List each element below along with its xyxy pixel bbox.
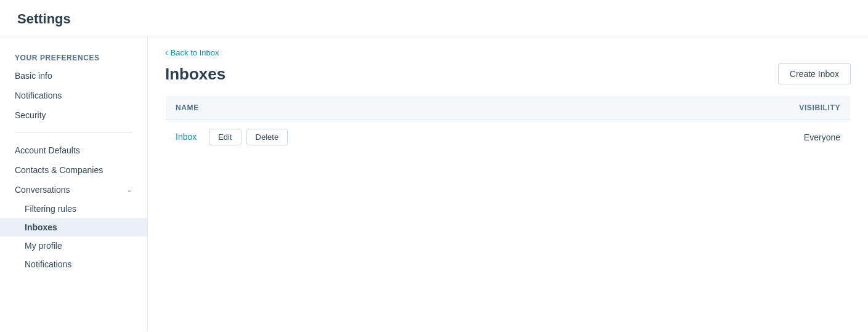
sidebar-divider	[15, 132, 132, 133]
content-header: Inboxes Create Inbox	[165, 63, 851, 84]
table-body: Inbox Edit Delete Everyone	[166, 120, 851, 155]
inbox-name-link[interactable]: Inbox	[176, 132, 197, 142]
delete-button[interactable]: Delete	[246, 129, 288, 145]
table-actions: Edit Delete	[209, 129, 288, 145]
sidebar-item-label: Contacts & Companies	[15, 165, 103, 175]
chevron-down-icon: ⌄	[126, 185, 132, 194]
main-content: ‹ Back to Inbox Inboxes Create Inbox NAM…	[148, 36, 868, 331]
inboxes-title: Inboxes	[165, 65, 225, 84]
sidebar-sub-item-label: Inboxes	[25, 222, 57, 232]
sidebar-sub-item-my-profile[interactable]: My profile	[0, 237, 147, 255]
page-header: Settings	[0, 0, 868, 36]
back-to-inbox-link[interactable]: ‹ Back to Inbox	[165, 36, 219, 63]
sidebar-item-label: Basic info	[15, 71, 52, 81]
sidebar-item-contacts-companies[interactable]: Contacts & Companies	[0, 160, 147, 180]
edit-button[interactable]: Edit	[209, 129, 241, 145]
table-cell-visibility: Everyone	[634, 120, 850, 155]
sidebar-item-notifications[interactable]: Notifications	[0, 86, 147, 105]
back-link-label: Back to Inbox	[171, 48, 219, 57]
col-name: NAME	[166, 96, 635, 120]
table-cell-name: Inbox Edit Delete	[166, 120, 635, 155]
preferences-section-title: Your preferences	[0, 49, 147, 66]
sidebar-sub-item-label: Filtering rules	[25, 204, 76, 214]
sidebar-sub-item-inboxes[interactable]: Inboxes	[0, 218, 147, 237]
sidebar: Your preferences Basic info Notification…	[0, 36, 148, 331]
sidebar-sub-item-notifications[interactable]: Notifications	[0, 255, 147, 273]
sidebar-item-label: Account Defaults	[15, 145, 80, 155]
back-arrow-icon: ‹	[165, 47, 168, 57]
sidebar-item-security[interactable]: Security	[0, 105, 147, 125]
sidebar-item-label: Conversations	[15, 185, 70, 195]
sidebar-item-conversations[interactable]: Conversations ⌄	[0, 180, 147, 200]
sidebar-item-basic-info[interactable]: Basic info	[0, 66, 147, 86]
inboxes-table: NAME VISIBILITY Inbox Edit Delete Everyo…	[165, 95, 851, 155]
create-inbox-button[interactable]: Create Inbox	[778, 63, 851, 84]
sidebar-sub-item-label: My profile	[25, 241, 62, 251]
sidebar-item-label: Security	[15, 110, 46, 120]
page-title: Settings	[17, 11, 851, 27]
sidebar-sub-item-label: Notifications	[25, 259, 71, 269]
table-row: Inbox Edit Delete Everyone	[166, 120, 851, 155]
sidebar-item-account-defaults[interactable]: Account Defaults	[0, 140, 147, 160]
sidebar-item-label: Notifications	[15, 91, 62, 100]
table-header-row: NAME VISIBILITY	[166, 96, 851, 120]
sidebar-sub-item-filtering-rules[interactable]: Filtering rules	[0, 200, 147, 218]
table-header: NAME VISIBILITY	[166, 96, 851, 120]
layout: Your preferences Basic info Notification…	[0, 36, 868, 331]
col-visibility: VISIBILITY	[634, 96, 850, 120]
